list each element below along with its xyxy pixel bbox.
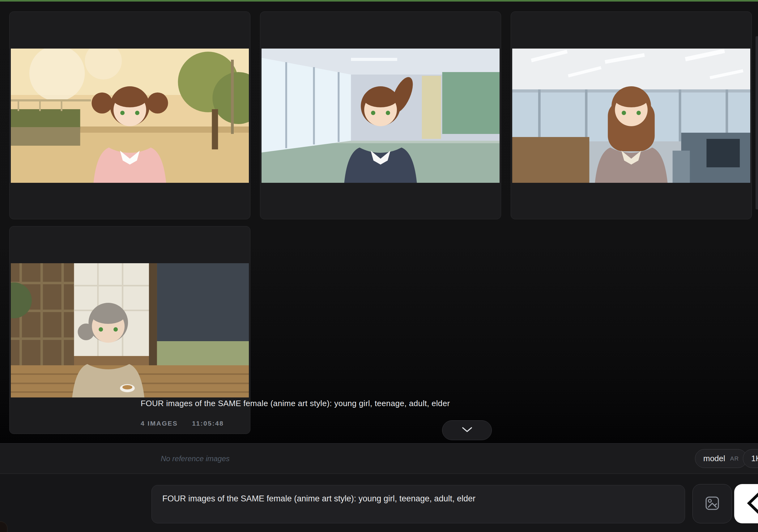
image-card-2 [260, 12, 501, 219]
image-card-1 [9, 12, 250, 219]
send-chevron-icon [746, 492, 758, 516]
app-root: FOUR images of the SAME female (anime ar… [0, 0, 758, 532]
add-image-button[interactable] [692, 484, 732, 523]
generated-image-thumbnail-2[interactable] [261, 49, 500, 183]
model-selector-button[interactable]: model AR [695, 449, 747, 468]
generation-meta: 4 IMAGES 11:05:48 [141, 420, 224, 427]
resolution-label: 1K [751, 454, 758, 463]
send-button[interactable] [734, 484, 758, 523]
reference-images-placeholder: No reference images [161, 443, 230, 474]
composer: FOUR images of the SAME female (anime ar… [0, 474, 758, 532]
image-count-label: 4 IMAGES [141, 420, 178, 427]
aspect-ratio-badge: AR [730, 455, 739, 462]
image-icon [705, 496, 719, 512]
generated-image-thumbnail-3[interactable] [512, 49, 750, 183]
generation-timestamp: 11:05:48 [192, 420, 224, 427]
generated-image-thumbnail-1[interactable] [11, 49, 249, 183]
chevron-down-icon [462, 427, 472, 434]
chat-scroll-area: FOUR images of the SAME female (anime ar… [0, 2, 758, 443]
prompt-input[interactable]: FOUR images of the SAME female (anime ar… [152, 485, 685, 523]
scroll-to-bottom-button[interactable] [442, 420, 492, 440]
resolution-button[interactable]: 1K [743, 449, 758, 468]
generated-image-thumbnail-4[interactable] [11, 263, 249, 398]
prompt-caption: FOUR images of the SAME female (anime ar… [141, 399, 450, 408]
attachments-toolbar: No reference images model AR 1K [0, 443, 758, 474]
scrollbar-thumb[interactable] [756, 36, 758, 209]
model-label: model [703, 454, 725, 463]
image-card-3 [511, 12, 752, 219]
